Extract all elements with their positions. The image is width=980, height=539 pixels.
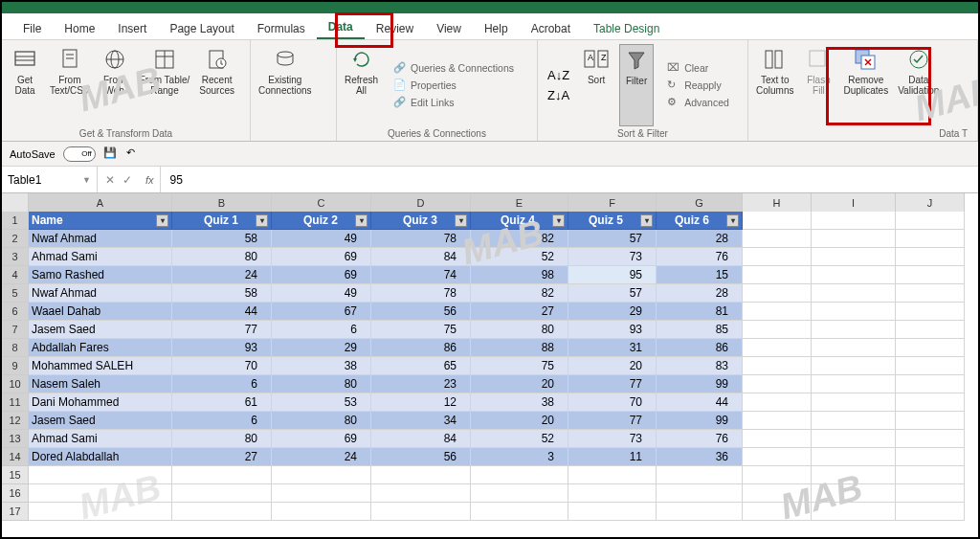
menu-page-layout[interactable]: Page Layout xyxy=(158,18,245,39)
cell-A11[interactable]: Dani Mohammed xyxy=(29,393,172,412)
remove-duplicates-button[interactable]: RemoveDuplicates xyxy=(841,44,890,126)
cell-H2[interactable] xyxy=(743,230,812,248)
menu-data[interactable]: Data xyxy=(317,16,365,39)
save-icon[interactable]: 💾 xyxy=(103,146,119,162)
cell-D12[interactable]: 34 xyxy=(371,412,471,430)
cell-E7[interactable]: 80 xyxy=(471,321,568,339)
cell-I4[interactable] xyxy=(812,266,896,284)
cell-B3[interactable]: 80 xyxy=(172,248,272,266)
cell-E10[interactable]: 20 xyxy=(471,375,568,393)
sort-button[interactable]: AZSort xyxy=(579,44,613,126)
cell-B5[interactable]: 58 xyxy=(172,284,272,303)
menu-help[interactable]: Help xyxy=(473,18,520,39)
row-header-15[interactable]: 15 xyxy=(2,466,29,484)
cell-I7[interactable] xyxy=(812,321,896,339)
cell-A2[interactable]: Nwaf Ahmad xyxy=(29,230,172,248)
row-header-11[interactable]: 11 xyxy=(2,393,29,412)
row-header-13[interactable]: 13 xyxy=(2,430,29,448)
cell-H13[interactable] xyxy=(743,430,812,448)
cell-H9[interactable] xyxy=(743,357,812,375)
cell-H5[interactable] xyxy=(743,284,812,303)
cell-D6[interactable]: 56 xyxy=(371,303,471,321)
cell-I15[interactable] xyxy=(812,466,896,484)
column-header-C[interactable]: C xyxy=(272,193,371,213)
cell-G13[interactable]: 76 xyxy=(657,430,743,448)
cell-C9[interactable]: 38 xyxy=(272,357,371,375)
cell-I2[interactable] xyxy=(812,230,896,248)
cell-F17[interactable] xyxy=(568,503,657,521)
cell-I14[interactable] xyxy=(812,448,896,466)
cancel-icon[interactable]: ✕ xyxy=(105,173,115,187)
cell-E14[interactable]: 3 xyxy=(471,448,568,466)
cell-B1[interactable]: Quiz 1▾ xyxy=(172,212,272,230)
cell-G8[interactable]: 86 xyxy=(657,339,743,357)
menu-insert[interactable]: Insert xyxy=(106,18,158,39)
column-header-A[interactable]: A xyxy=(29,193,172,213)
cell-G2[interactable]: 28 xyxy=(657,230,743,248)
cell-B12[interactable]: 6 xyxy=(172,412,272,430)
cell-D16[interactable] xyxy=(371,484,471,503)
cell-G6[interactable]: 81 xyxy=(657,303,743,321)
filter-button-quiz-6[interactable]: ▾ xyxy=(726,214,739,227)
cell-G7[interactable]: 85 xyxy=(657,321,743,339)
cell-I8[interactable] xyxy=(812,339,896,357)
cell-A13[interactable]: Ahmad Sami xyxy=(29,430,172,448)
cell-D15[interactable] xyxy=(371,466,471,484)
cell-E5[interactable]: 82 xyxy=(471,284,568,303)
cell-D13[interactable]: 84 xyxy=(371,430,471,448)
cell-A1[interactable]: Name▾ xyxy=(29,212,172,230)
cell-A8[interactable]: Abdallah Fares xyxy=(29,339,172,357)
cell-E1[interactable]: Quiz 4▾ xyxy=(471,212,568,230)
row-header-8[interactable]: 8 xyxy=(2,339,29,357)
cell-J17[interactable] xyxy=(896,503,965,521)
cell-C17[interactable] xyxy=(272,503,371,521)
cell-J10[interactable] xyxy=(896,375,965,393)
cell-C12[interactable]: 80 xyxy=(272,412,371,430)
sort-asc-button[interactable]: A↓Z xyxy=(547,68,569,82)
cell-I10[interactable] xyxy=(812,375,896,393)
column-header-D[interactable]: D xyxy=(371,193,471,213)
column-header-B[interactable]: B xyxy=(172,193,272,213)
cell-D2[interactable]: 78 xyxy=(371,230,471,248)
cell-A12[interactable]: Jasem Saed xyxy=(29,412,172,430)
row-header-4[interactable]: 4 xyxy=(2,266,29,284)
cell-F10[interactable]: 77 xyxy=(568,375,657,393)
row-header-12[interactable]: 12 xyxy=(2,412,29,430)
cell-I3[interactable] xyxy=(812,248,896,266)
cell-H8[interactable] xyxy=(743,339,812,357)
from-table-range-button[interactable]: From Table/Range xyxy=(138,44,192,126)
menu-acrobat[interactable]: Acrobat xyxy=(520,18,582,39)
cell-E4[interactable]: 98 xyxy=(471,266,568,284)
flash-fill-button[interactable]: FlashFill xyxy=(801,44,835,126)
cell-G5[interactable]: 28 xyxy=(657,284,743,303)
cell-A9[interactable]: Mohammed SALEH xyxy=(29,357,172,375)
recent-sources-button[interactable]: RecentSources xyxy=(197,44,236,126)
filter-button-quiz-1[interactable]: ▾ xyxy=(256,214,268,227)
cell-G14[interactable]: 36 xyxy=(657,448,743,466)
menu-table-design[interactable]: Table Design xyxy=(582,18,671,39)
cell-F2[interactable]: 57 xyxy=(568,230,657,248)
cell-B6[interactable]: 44 xyxy=(172,303,272,321)
clear-filter-button[interactable]: ⌧Clear xyxy=(663,60,733,76)
text-to-columns-button[interactable]: Text toColumns xyxy=(754,44,795,126)
column-header-G[interactable]: G xyxy=(657,193,743,213)
cell-G9[interactable]: 83 xyxy=(657,357,743,375)
cell-G16[interactable] xyxy=(657,484,743,503)
cell-B14[interactable]: 27 xyxy=(172,448,272,466)
select-all-corner[interactable] xyxy=(2,193,29,213)
cell-J8[interactable] xyxy=(896,339,965,357)
cell-I13[interactable] xyxy=(812,430,896,448)
cell-D1[interactable]: Quiz 3▾ xyxy=(371,212,471,230)
cell-C8[interactable]: 29 xyxy=(272,339,371,357)
cell-C16[interactable] xyxy=(272,484,371,503)
cell-D10[interactable]: 23 xyxy=(371,375,471,393)
name-box[interactable]: Table1▼ xyxy=(2,167,98,192)
cell-A3[interactable]: Ahmad Sami xyxy=(29,248,172,266)
cell-E6[interactable]: 27 xyxy=(471,303,568,321)
sort-desc-button[interactable]: Z↓A xyxy=(547,88,569,102)
row-header-6[interactable]: 6 xyxy=(2,303,29,321)
cell-J15[interactable] xyxy=(896,466,965,484)
cell-E15[interactable] xyxy=(471,466,568,484)
spreadsheet-grid[interactable]: ABCDEFGHIJ1Name▾Quiz 1▾Quiz 2▾Quiz 3▾Qui… xyxy=(2,193,978,521)
cell-E16[interactable] xyxy=(471,484,568,503)
